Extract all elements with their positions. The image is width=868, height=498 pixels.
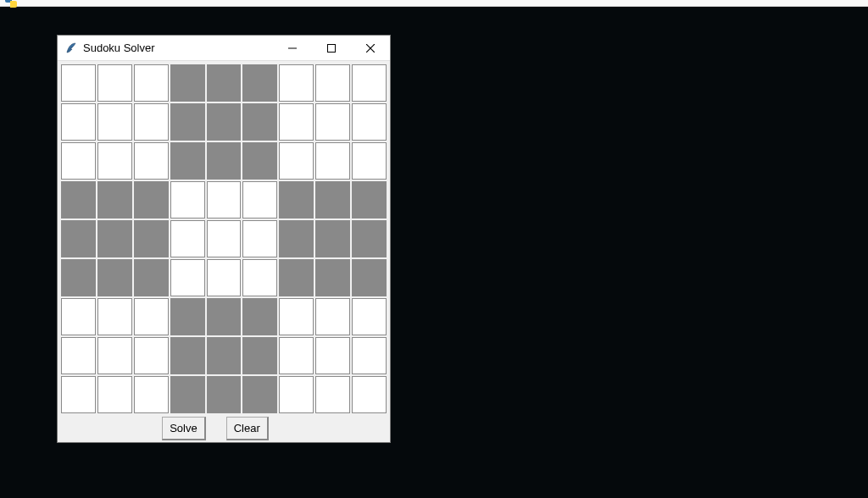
clear-button[interactable]: Clear	[226, 417, 269, 440]
cell-1-4[interactable]	[207, 103, 242, 141]
cell-8-4[interactable]	[207, 376, 242, 413]
cell-6-6[interactable]	[279, 298, 314, 335]
cell-2-7[interactable]	[315, 142, 350, 180]
cell-5-1[interactable]	[97, 259, 132, 296]
cell-1-1[interactable]	[97, 103, 132, 141]
cell-1-3[interactable]	[170, 103, 205, 141]
spacer	[287, 415, 388, 440]
cell-8-3[interactable]	[170, 376, 205, 413]
cell-4-7[interactable]	[315, 220, 350, 257]
cell-2-2[interactable]	[134, 142, 169, 180]
cell-0-3[interactable]	[170, 64, 205, 102]
cell-7-8[interactable]	[352, 337, 387, 374]
cell-5-8[interactable]	[352, 259, 387, 296]
solve-button[interactable]: Solve	[162, 417, 206, 440]
cell-7-7[interactable]	[315, 337, 350, 374]
cell-7-5[interactable]	[242, 337, 277, 374]
cell-5-3[interactable]	[170, 259, 205, 296]
cell-3-0[interactable]	[61, 181, 96, 219]
cell-3-8[interactable]	[352, 181, 387, 219]
cell-2-5[interactable]	[242, 142, 277, 180]
cell-8-2[interactable]	[134, 376, 169, 413]
cell-7-2[interactable]	[134, 337, 169, 374]
cell-0-4[interactable]	[207, 64, 242, 102]
cell-2-4[interactable]	[207, 142, 242, 180]
cell-2-0[interactable]	[61, 142, 96, 180]
cell-3-7[interactable]	[315, 181, 350, 219]
cell-1-6[interactable]	[279, 103, 314, 141]
cell-7-4[interactable]	[207, 337, 242, 374]
cell-0-7[interactable]	[315, 64, 350, 102]
cell-1-8[interactable]	[352, 103, 387, 141]
cell-8-5[interactable]	[242, 376, 277, 413]
cell-3-1[interactable]	[97, 181, 132, 219]
cell-4-4[interactable]	[207, 220, 242, 257]
cell-3-6[interactable]	[279, 181, 314, 219]
cell-8-7[interactable]	[315, 376, 350, 413]
cell-4-3[interactable]	[170, 220, 205, 257]
cell-3-5[interactable]	[242, 181, 277, 219]
cell-0-0[interactable]	[61, 64, 96, 102]
window-title: Sudoku Solver	[83, 42, 273, 54]
cell-8-8[interactable]	[352, 376, 387, 413]
cell-6-2[interactable]	[134, 298, 169, 335]
cell-6-4[interactable]	[207, 298, 242, 335]
sudoku-grid	[58, 61, 390, 413]
cell-0-8[interactable]	[352, 64, 387, 102]
cell-5-4[interactable]	[207, 259, 242, 296]
cell-0-2[interactable]	[134, 64, 169, 102]
cell-4-2[interactable]	[134, 220, 169, 257]
cell-0-5[interactable]	[242, 64, 277, 102]
titlebar[interactable]: Sudoku Solver	[58, 36, 390, 61]
close-button[interactable]	[351, 36, 390, 60]
sudoku-window: Sudoku Solver Solve Clear	[58, 36, 390, 442]
cell-4-6[interactable]	[279, 220, 314, 257]
cell-4-8[interactable]	[352, 220, 387, 257]
cell-2-1[interactable]	[97, 142, 132, 180]
cell-2-3[interactable]	[170, 142, 205, 180]
cell-6-5[interactable]	[242, 298, 277, 335]
cell-5-2[interactable]	[134, 259, 169, 296]
cell-8-6[interactable]	[279, 376, 314, 413]
cell-7-1[interactable]	[97, 337, 132, 374]
svg-rect-2	[328, 44, 336, 52]
cell-5-6[interactable]	[279, 259, 314, 296]
cell-1-7[interactable]	[315, 103, 350, 141]
cell-6-1[interactable]	[97, 298, 132, 335]
close-icon	[366, 44, 375, 53]
cell-6-8[interactable]	[352, 298, 387, 335]
cell-2-6[interactable]	[279, 142, 314, 180]
minimize-icon	[288, 44, 297, 53]
cell-5-7[interactable]	[315, 259, 350, 296]
cell-7-3[interactable]	[170, 337, 205, 374]
minimize-button[interactable]	[273, 36, 312, 60]
cell-7-6[interactable]	[279, 337, 314, 374]
cell-1-0[interactable]	[61, 103, 96, 141]
maximize-icon	[327, 44, 336, 53]
cell-7-0[interactable]	[61, 337, 96, 374]
cell-0-6[interactable]	[279, 64, 314, 102]
cell-4-0[interactable]	[61, 220, 96, 257]
cell-6-3[interactable]	[170, 298, 205, 335]
cell-3-2[interactable]	[134, 181, 169, 219]
python-logo-icon	[5, 0, 20, 11]
parent-window-titlebar	[0, 0, 868, 7]
cell-3-4[interactable]	[207, 181, 242, 219]
cell-8-1[interactable]	[97, 376, 132, 413]
cell-4-1[interactable]	[97, 220, 132, 257]
cell-6-0[interactable]	[61, 298, 96, 335]
cell-1-2[interactable]	[134, 103, 169, 141]
cell-3-3[interactable]	[170, 181, 205, 219]
cell-2-8[interactable]	[352, 142, 387, 180]
spacer	[59, 415, 160, 440]
cell-6-7[interactable]	[315, 298, 350, 335]
feather-icon	[64, 42, 78, 55]
window-controls	[273, 36, 390, 60]
cell-8-0[interactable]	[61, 376, 96, 413]
cell-5-0[interactable]	[61, 259, 96, 296]
cell-4-5[interactable]	[242, 220, 277, 257]
maximize-button[interactable]	[312, 36, 351, 60]
cell-1-5[interactable]	[242, 103, 277, 141]
cell-0-1[interactable]	[97, 64, 132, 102]
cell-5-5[interactable]	[242, 259, 277, 296]
